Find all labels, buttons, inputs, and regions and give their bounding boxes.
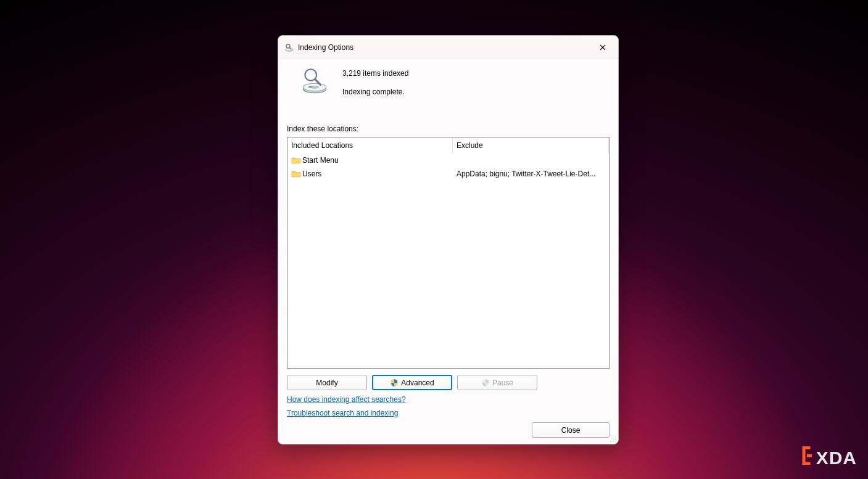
modify-label: Modify <box>316 379 337 387</box>
advanced-button[interactable]: Advanced <box>372 375 452 390</box>
indexing-icon <box>284 43 294 52</box>
close-icon <box>600 44 606 51</box>
resize-grip-icon[interactable] <box>610 435 617 443</box>
close-label: Close <box>561 426 581 435</box>
indexing-large-icon <box>287 65 342 96</box>
list-row[interactable]: Users AppData; bignu; Twitter-X-Tweet-Li… <box>287 167 609 181</box>
folder-icon <box>291 155 301 165</box>
column-exclude[interactable]: Exclude <box>453 137 609 154</box>
list-row[interactable]: Start Menu <box>287 154 609 167</box>
indexing-state-label: Indexing complete. <box>342 88 408 96</box>
list-header: Included Locations Exclude <box>287 137 609 154</box>
watermark-text: XDA <box>816 448 857 469</box>
xda-watermark: XDA <box>801 446 857 469</box>
svg-point-1 <box>286 47 293 51</box>
svg-point-17 <box>613 441 614 442</box>
help-link[interactable]: How does indexing affect searches? <box>287 395 406 404</box>
indexing-options-dialog: Indexing Options <box>278 35 619 444</box>
svg-point-14 <box>613 438 614 440</box>
svg-point-15 <box>615 438 616 440</box>
close-dialog-button[interactable]: Close <box>532 422 610 438</box>
index-locations-label: Index these locations: <box>287 125 610 133</box>
modify-button[interactable]: Modify <box>287 375 367 390</box>
svg-point-18 <box>615 441 616 442</box>
pause-button: Pause <box>457 375 537 390</box>
svg-rect-9 <box>308 86 312 88</box>
close-button[interactable] <box>591 38 614 57</box>
row-name: Users <box>302 170 321 178</box>
svg-rect-19 <box>807 454 812 457</box>
shield-icon <box>481 379 490 387</box>
locations-listbox[interactable]: Included Locations Exclude Start <box>287 137 610 369</box>
folder-icon <box>291 169 301 179</box>
column-included[interactable]: Included Locations <box>287 137 453 154</box>
troubleshoot-link[interactable]: Troubleshoot search and indexing <box>287 409 398 417</box>
pause-label: Pause <box>492 379 513 387</box>
dialog-title: Indexing Options <box>298 43 591 52</box>
svg-point-16 <box>610 441 611 442</box>
row-name: Start Menu <box>302 156 339 165</box>
status-area: 3,219 items indexed Indexing complete. <box>287 64 610 96</box>
advanced-label: Advanced <box>401 379 434 387</box>
titlebar[interactable]: Indexing Options <box>278 36 618 59</box>
svg-point-13 <box>615 436 616 437</box>
shield-icon <box>390 379 399 387</box>
items-indexed-label: 3,219 items indexed <box>342 69 408 78</box>
svg-point-11 <box>307 71 315 79</box>
row-exclude: AppData; bignu; Twitter-X-Tweet-Lie-Det.… <box>453 170 609 178</box>
bracket-icon <box>801 446 812 469</box>
desktop-background: Indexing Options <box>0 0 868 479</box>
list-body: Start Menu Users <box>287 154 609 368</box>
